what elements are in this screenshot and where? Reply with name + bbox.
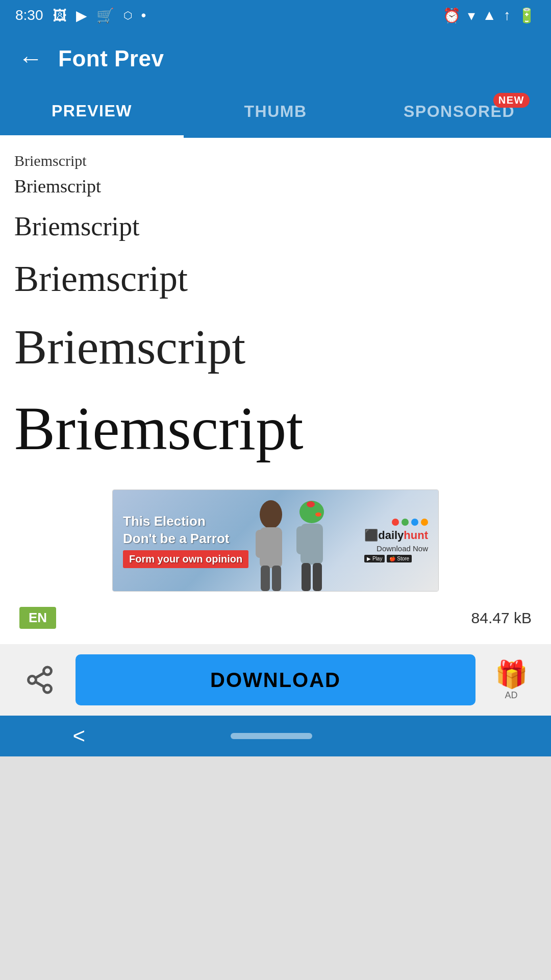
alarm-icon: ⏰ xyxy=(443,7,461,24)
ad-download-text: Download Now xyxy=(364,544,428,553)
ad-banner-inner: This ElectionDon't be a Parrot Form your… xyxy=(113,490,438,591)
tab-sponsored[interactable]: SPONSORED New xyxy=(367,87,551,138)
svg-rect-15 xyxy=(313,563,322,591)
svg-point-0 xyxy=(260,500,282,529)
ad-main-text: This ElectionDon't be a Parrot xyxy=(123,513,248,548)
status-bar: 8:30 🖼 ▶ 🛒 ⬡ • ⏰ ▾ ▲ ↑ 🔋 xyxy=(0,0,551,31)
photo-icon: 🖼 xyxy=(53,7,67,24)
tab-preview[interactable]: PREVIEW xyxy=(0,87,184,138)
amazon-icon: ⬡ xyxy=(123,9,132,21)
svg-rect-5 xyxy=(272,566,281,591)
gift-ad-button[interactable]: 🎁 AD xyxy=(486,654,537,705)
download-button[interactable]: DOWNLOAD xyxy=(76,654,475,705)
action-bar: DOWNLOAD 🎁 AD xyxy=(0,644,551,716)
navigation-bar: < xyxy=(0,716,551,756)
time-display: 8:30 xyxy=(15,7,43,23)
data-icon: ↑ xyxy=(504,7,511,23)
youtube-icon: ▶ xyxy=(76,7,87,24)
tab-preview-label: PREVIEW xyxy=(52,102,132,120)
svg-rect-4 xyxy=(261,566,270,591)
top-app-bar: ← Font Prev xyxy=(0,31,551,87)
back-button[interactable]: ← xyxy=(18,46,43,71)
signal-icon: ▲ xyxy=(482,7,496,23)
svg-line-19 xyxy=(35,682,44,687)
ad-cta-text: Form your own opinion xyxy=(123,550,248,568)
svg-point-10 xyxy=(307,501,315,507)
svg-rect-14 xyxy=(302,563,311,591)
font-sample-xl: Briemscript xyxy=(14,394,537,464)
share-button[interactable] xyxy=(14,654,65,705)
gift-icon: 🎁 xyxy=(495,659,528,690)
font-sample-md: Briemscript xyxy=(14,258,537,300)
dot-indicator: • xyxy=(141,7,146,23)
language-badge: EN xyxy=(19,607,56,629)
app-title: Font Prev xyxy=(58,46,164,71)
font-sample-xs: Briemscript xyxy=(14,176,537,197)
status-bar-left: 8:30 🖼 ▶ 🛒 ⬡ • xyxy=(15,7,146,24)
nav-back-button[interactable]: < xyxy=(73,724,86,748)
svg-rect-3 xyxy=(272,530,281,558)
wifi-icon: ▾ xyxy=(468,7,475,24)
new-badge: New xyxy=(493,93,530,108)
dailyhunt-dots xyxy=(364,519,428,526)
svg-rect-12 xyxy=(296,526,306,554)
font-sample-lg: Briemscript xyxy=(14,318,537,375)
ad-text-block: This ElectionDon't be a Parrot Form your… xyxy=(123,513,248,569)
ad-indicator-label: AD xyxy=(505,690,517,701)
status-bar-right: ⏰ ▾ ▲ ↑ 🔋 xyxy=(443,7,536,24)
svg-rect-13 xyxy=(313,526,322,554)
nav-home-pill[interactable] xyxy=(231,733,312,739)
svg-point-7 xyxy=(315,512,321,517)
battery-icon: 🔋 xyxy=(518,7,536,24)
ad-people-illustration xyxy=(245,494,337,591)
tab-thumb-label: THUMB xyxy=(244,102,307,121)
font-name-label: Briemscript xyxy=(14,152,537,169)
tab-bar: PREVIEW THUMB SPONSORED New xyxy=(0,87,551,138)
ad-banner[interactable]: This ElectionDon't be a Parrot Form your… xyxy=(112,489,439,592)
main-content: Briemscript Briemscript Briemscript Brie… xyxy=(0,138,551,644)
store-icon: 🛒 xyxy=(96,7,114,24)
svg-rect-2 xyxy=(256,530,265,558)
app-store-badges: ▶ Play 🍎 Store xyxy=(364,555,428,562)
ad-brand: ⬛dailyhunt Download Now ▶ Play 🍎 Store xyxy=(364,519,428,562)
tab-thumb[interactable]: THUMB xyxy=(184,87,367,138)
ad-brand-name: ⬛dailyhunt xyxy=(364,529,428,542)
font-sample-sm: Briemscript xyxy=(14,211,537,241)
file-size-label: 84.47 kB xyxy=(471,609,532,627)
bottom-info-bar: EN 84.47 kB xyxy=(14,602,537,634)
svg-line-20 xyxy=(35,673,44,678)
share-icon xyxy=(24,665,55,695)
